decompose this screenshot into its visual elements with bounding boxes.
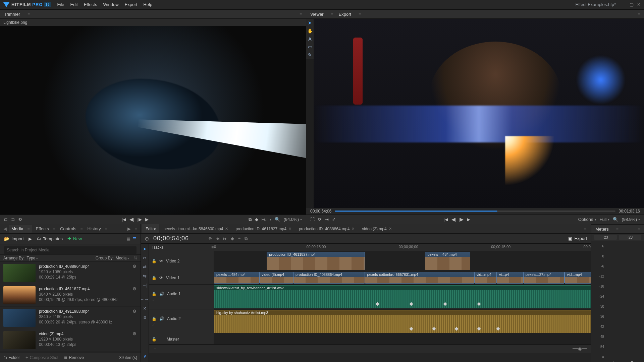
- tracks-menu-icon[interactable]: ≡: [211, 245, 214, 250]
- meters-tab[interactable]: Meters: [595, 227, 609, 232]
- menu-edit[interactable]: Edit: [70, 2, 78, 7]
- roll-tool-icon[interactable]: |←→|: [141, 292, 150, 302]
- insert-icon[interactable]: ⊏: [4, 217, 8, 222]
- panel-menu-icon[interactable]: ≡: [300, 12, 302, 16]
- clip[interactable]: vid...mp4: [565, 272, 591, 284]
- marker-icon[interactable]: ◆: [231, 236, 234, 241]
- folder-button[interactable]: 🗀 Folder: [3, 355, 20, 360]
- panel-menu-icon[interactable]: ≡: [584, 227, 586, 231]
- play-icon[interactable]: ▶: [467, 217, 470, 222]
- timeline-tab[interactable]: Editor: [142, 224, 159, 233]
- slice-tool-icon[interactable]: ✂: [143, 255, 147, 260]
- clip[interactable]: pexels-...484.mp4: [425, 252, 470, 270]
- hamburger-icon[interactable]: ≡: [28, 12, 30, 16]
- in-out-icon[interactable]: ⇥: [325, 217, 329, 222]
- clip[interactable]: sidewalk-strut_by_rex-banner_Artlist.wav: [214, 285, 591, 308]
- dual-view-icon[interactable]: ⧉: [249, 217, 252, 222]
- clip[interactable]: vi...p4: [497, 272, 523, 284]
- panel-menu-icon[interactable]: ≡: [135, 227, 137, 231]
- video1-lane[interactable]: pexels-...484.mp4video (3).mp4production…: [214, 271, 591, 284]
- close-icon[interactable]: ✕: [637, 2, 641, 7]
- sort-icon[interactable]: ⇅: [134, 256, 137, 260]
- time-ruler[interactable]: 000;00;15;0000;00;30;0000;00;45;0000;01;…: [214, 244, 591, 251]
- menu-file[interactable]: File: [57, 2, 64, 7]
- quality-dropdown[interactable]: Full: [600, 217, 610, 222]
- viewer-tab[interactable]: Viewer: [310, 12, 324, 17]
- new-button[interactable]: ✚ New: [67, 236, 82, 241]
- lock-icon[interactable]: 🔒: [152, 316, 157, 321]
- mute-icon[interactable]: 🔊: [159, 292, 164, 296]
- timeline-tab[interactable]: production ID_4611827.mp4✕: [232, 224, 294, 233]
- clip[interactable]: production ID_4611827.mp4: [267, 252, 365, 270]
- prev-edit-icon[interactable]: ⏮: [215, 236, 220, 241]
- audio2-lane[interactable]: big-sky by shuhandz Artlist.mp3: [214, 309, 591, 334]
- lock-icon[interactable]: 🔒: [152, 292, 157, 296]
- step-back-icon[interactable]: ◀|: [451, 217, 456, 222]
- zoom-dropdown[interactable]: (98.9%): [622, 217, 640, 222]
- timeline-tab[interactable]: video (3).mp4✕: [359, 224, 395, 233]
- scrub-track[interactable]: [335, 210, 615, 212]
- trimmer-preview[interactable]: [0, 26, 306, 215]
- clip[interactable]: pexels-...484.mp4: [214, 272, 259, 284]
- clip[interactable]: production ID_4088864.mp4: [293, 272, 365, 284]
- video2-lane[interactable]: production ID_4611827.mp4pexels-...484.m…: [214, 251, 591, 271]
- fwd-icon[interactable]: ▶: [127, 226, 131, 231]
- play-import-icon[interactable]: ▶: [29, 236, 32, 241]
- options-dropdown[interactable]: Options: [578, 217, 596, 222]
- step-fwd-icon[interactable]: |▶: [459, 217, 464, 222]
- clip[interactable]: pexels...27.mp4: [523, 272, 565, 284]
- timeline-timecode[interactable]: 00;00;54;06: [153, 235, 189, 242]
- track-name[interactable]: Audio 1: [167, 292, 181, 296]
- clip[interactable]: big-sky by shuhandz Artlist.mp3: [214, 310, 591, 333]
- timeline-tab[interactable]: production ID_4088864.mp4✕: [296, 224, 358, 233]
- gear-icon[interactable]: ⚙: [132, 286, 137, 291]
- mute-icon[interactable]: 🔊: [159, 316, 164, 321]
- lock-icon[interactable]: 🔒: [152, 276, 157, 280]
- snap-icon[interactable]: ⧉: [245, 236, 248, 241]
- media-item[interactable]: production ID_4911983.mp4 3840 × 2160 pi…: [0, 307, 141, 329]
- pen-tool-icon[interactable]: ✎: [308, 52, 312, 58]
- zoom-icon[interactable]: 🔍: [275, 217, 280, 222]
- slip-tool-icon[interactable]: ⇄: [143, 264, 147, 269]
- group-value[interactable]: Media: [116, 256, 129, 260]
- loop-icon[interactable]: ⟳: [318, 217, 322, 222]
- tab-effects[interactable]: Effects≡: [34, 226, 57, 231]
- grid-view-icon[interactable]: ▦: [126, 236, 130, 241]
- clip[interactable]: pexels-cottonbro-5657831.mp4: [365, 272, 474, 284]
- tab-controls[interactable]: Controls≡: [59, 226, 84, 231]
- close-tab-icon[interactable]: ✕: [352, 227, 355, 231]
- viewer-preview[interactable]: [314, 19, 644, 208]
- comp-shot-button[interactable]: ✦ Composite Shot: [25, 355, 58, 360]
- import-button[interactable]: 📂 Import: [4, 236, 24, 241]
- track-name[interactable]: Audio 2: [167, 316, 181, 321]
- step-back-icon[interactable]: ◀|: [129, 217, 134, 222]
- clip[interactable]: video (3).mp4: [259, 272, 293, 284]
- go-start-icon[interactable]: |◀: [443, 217, 448, 222]
- detach-icon[interactable]: ⤢: [332, 217, 336, 222]
- next-edit-icon[interactable]: ⏭: [223, 236, 227, 241]
- rate-tool-icon[interactable]: ⤨: [143, 306, 147, 311]
- hamburger-icon[interactable]: ≡: [359, 12, 361, 16]
- ripple-tool-icon[interactable]: →|: [142, 283, 147, 288]
- remove-button[interactable]: 🗑 Remove: [64, 355, 84, 360]
- media-item[interactable]: production ID_4088864.mp4 644 × 362 pi…: [0, 262, 141, 284]
- search-input[interactable]: [4, 246, 137, 254]
- rectangle-tool-icon[interactable]: ▭: [308, 44, 312, 50]
- media-item[interactable]: video (3).mp4 644 × 362 pixels 00:00:4…: [0, 329, 141, 352]
- add-icon[interactable]: ⊕: [208, 236, 212, 241]
- track-name[interactable]: Video 1: [166, 276, 179, 280]
- visibility-icon[interactable]: 👁: [159, 259, 163, 263]
- slide-tool-icon[interactable]: ⇆: [143, 274, 147, 279]
- track-name[interactable]: Master: [167, 337, 179, 342]
- back-icon[interactable]: ◀: [3, 226, 7, 231]
- link-icon[interactable]: ⚭: [237, 236, 241, 241]
- gear-icon[interactable]: ⚙: [132, 331, 137, 336]
- close-tab-icon[interactable]: ✕: [288, 227, 291, 231]
- panel-menu-icon[interactable]: ≡: [638, 227, 640, 231]
- menu-help[interactable]: Help: [143, 2, 152, 7]
- overlay-icon[interactable]: ⟲: [18, 217, 22, 222]
- gear-icon[interactable]: ⚙: [132, 264, 137, 269]
- hamburger-icon[interactable]: ≡: [616, 227, 619, 231]
- minimize-icon[interactable]: —: [622, 2, 626, 7]
- select-tool-icon[interactable]: ➤: [143, 246, 147, 251]
